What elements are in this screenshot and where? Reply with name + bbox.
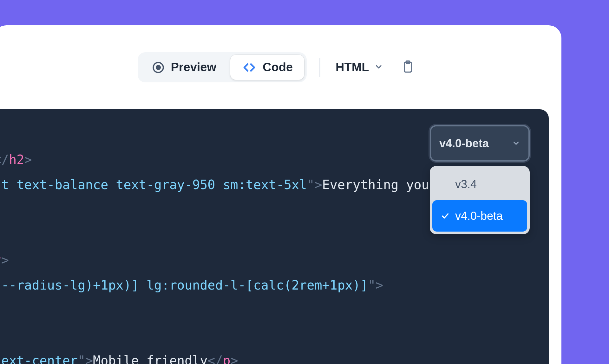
code-line4-classes: (--radius-lg)+1px)] lg:rounded-l-[calc(2…	[0, 278, 368, 292]
version-option-label-1: v4.0-beta	[455, 205, 503, 227]
version-dropdown: v4.0-beta v3.4	[430, 125, 530, 234]
tab-code[interactable]: Code	[230, 55, 304, 80]
view-tabgroup: Preview Code	[138, 52, 307, 82]
version-option-v4-0-beta[interactable]: v4.0-beta	[432, 200, 527, 232]
version-current-label: v4.0-beta	[439, 132, 489, 155]
language-select[interactable]: HTML	[333, 57, 386, 78]
code-area[interactable]: </h2> ht text-balance text-gray-950 sm:t…	[0, 109, 549, 364]
editor-card: Preview Code HTML	[0, 25, 561, 364]
code-tag-h2: h2	[9, 152, 24, 167]
svg-point-1	[156, 65, 160, 69]
language-label: HTML	[336, 61, 369, 74]
chevron-down-icon	[512, 132, 520, 155]
toolbar-divider	[319, 58, 320, 77]
code-line5-classes: text-center	[0, 353, 78, 364]
tab-preview[interactable]: Preview	[140, 55, 228, 80]
target-icon	[152, 61, 165, 74]
version-option-label-0: v3.4	[455, 173, 477, 195]
angle-brackets-icon	[242, 61, 257, 74]
tab-code-label: Code	[263, 61, 293, 74]
check-icon	[440, 211, 450, 220]
version-trigger[interactable]: v4.0-beta	[430, 125, 530, 162]
tab-preview-label: Preview	[171, 61, 216, 74]
chevron-down-icon	[374, 61, 383, 74]
code-line5-closetag: p	[223, 353, 231, 364]
clipboard-icon	[401, 60, 415, 75]
version-option-v3-4[interactable]: v3.4	[432, 169, 527, 200]
version-menu: v3.4 v4.0-beta	[430, 166, 530, 234]
copy-button[interactable]	[398, 57, 417, 78]
code-line5-text: Mobile friendly	[93, 353, 207, 364]
code-line2-classes: ht text-balance text-gray-950 sm:text-5x…	[0, 177, 307, 192]
toolbar: Preview Code HTML	[0, 25, 561, 109]
